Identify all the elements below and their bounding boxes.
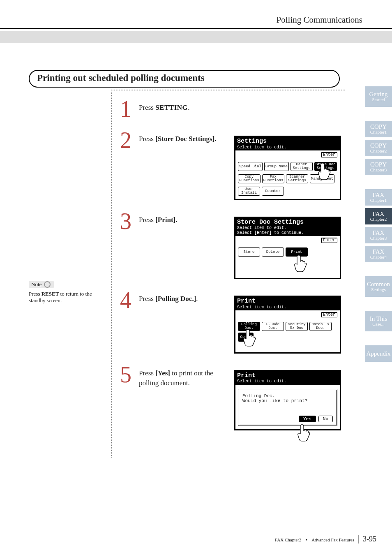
chapter-tab-subtitle: Started (372, 97, 385, 102)
lcd-settings-sub: Select item to edit. (237, 145, 338, 150)
chapter-tab[interactable]: CommonSettings (365, 276, 392, 297)
note-body: Press RESET to return to the standby scr… (29, 291, 103, 304)
chapter-tab[interactable]: FAXChapter2 (365, 208, 392, 224)
btn-batch-tx[interactable]: Batch TxDoc. (309, 322, 332, 331)
btn-fax-functions[interactable]: FaxFunctions (262, 174, 285, 183)
step-2-number: 2 (118, 130, 133, 150)
bullet-icon: ● (305, 538, 307, 541)
chapter-tab[interactable]: In ThisCase... (365, 311, 392, 331)
chapter-tab-title: FAX (373, 249, 385, 255)
note-callout: Note Press RESET to return to the standb… (29, 281, 103, 304)
note-badge: Note (29, 281, 54, 288)
lcd-enter-button[interactable]: Enter (321, 312, 337, 317)
note-label: Note (31, 281, 42, 288)
lcd-print-title: Print (237, 298, 338, 305)
btn-counter[interactable]: Counter (262, 187, 284, 196)
chapter-tab-subtitle: Chapter1 (370, 130, 387, 134)
footer-rule (29, 533, 380, 533)
step-4-text: Press [Polling Doc.]. (139, 294, 228, 304)
step-4-number: 4 (118, 290, 133, 310)
step-2: 2 Press [Store Doc Settings]. Settings S… (118, 130, 345, 200)
chapter-tab-title: FAX (373, 192, 385, 198)
chapter-tab-subtitle: Settings (371, 287, 385, 292)
step-3-text: Press [Print]. (139, 215, 228, 225)
btn-yes[interactable]: Yes (299, 416, 316, 422)
chapter-tab[interactable]: FAXChapter4 (365, 246, 392, 262)
btn-copy-functions[interactable]: CopyFunctions (238, 174, 261, 183)
chapter-tab-title: COPY (370, 162, 387, 168)
chapter-tab-title: In This (370, 316, 387, 322)
btn-store[interactable]: Store (238, 247, 260, 257)
btn-no[interactable]: No (318, 416, 333, 422)
lcd-store-doc: Store Doc Settings Select item to edit. … (234, 217, 341, 279)
note-icon (44, 281, 51, 288)
page-footer: FAX Chapter2 ● Advanced Fax Features 3-9… (0, 533, 392, 543)
step-2-text: Press [Store Doc Settings]. (139, 134, 228, 144)
btn-cont[interactable]: Cont. (238, 333, 254, 342)
chapter-tab-title: Getting (369, 91, 388, 97)
chapter-tab-title: FAX (373, 211, 385, 217)
btn-polling-doc[interactable]: PollingDoc. (238, 322, 260, 331)
chapter-tab[interactable]: FAXChapter3 (365, 227, 392, 243)
lcd-confirm-sub: Select item to edit. (237, 379, 338, 384)
btn-store-doc-settings[interactable]: Store DocSettings (314, 162, 337, 171)
chapter-tab-subtitle: Chapter2 (370, 217, 387, 222)
chapter-tab-subtitle: Chapter2 (370, 149, 387, 153)
btn-speed-dial[interactable]: Speed Dial (238, 162, 263, 171)
lcd-print: Print Select item to edit. Enter Polling… (234, 296, 341, 354)
lcd-enter-button[interactable]: Enter (321, 238, 337, 243)
header-band (0, 31, 392, 43)
lcd-store-doc-sub1: Select item to edit. (237, 226, 338, 231)
chapter-tab[interactable]: COPYChapter2 (365, 140, 392, 156)
step-5-text: Press [Yes] to print out the polling doc… (139, 368, 228, 388)
confirm-line2: Would you like to print? (242, 398, 333, 403)
btn-fcode-doc[interactable]: F-CodeDoc. (262, 322, 284, 331)
btn-scanner-settings[interactable]: ScannerSettings (286, 174, 308, 183)
btn-delete[interactable]: Delete (262, 247, 284, 257)
chapter-tab[interactable]: Appendix (365, 345, 392, 362)
chapter-tab-title: COPY (370, 124, 387, 130)
step-5-number: 5 (118, 364, 133, 385)
lcd-confirm: Print Select item to edit. Polling Doc. … (234, 370, 341, 430)
confirm-dialog: Polling Doc. Would you like to print? Ye… (238, 389, 337, 426)
chapter-tab-subtitle: Chapter1 (370, 198, 387, 203)
chapter-tab-title: COPY (370, 143, 387, 149)
pointer-hand-icon (293, 254, 309, 275)
lcd-settings: Settings Select item to edit. Enter Spee… (234, 136, 341, 200)
btn-security-rx[interactable]: SecurityRx Doc (286, 322, 308, 331)
step-1: 1 Press SETTING. (118, 99, 345, 119)
chapter-tab-subtitle: Chapter4 (370, 255, 387, 259)
step-3-number: 3 (118, 211, 133, 231)
chapter-tab[interactable]: COPYChapter1 (365, 121, 392, 137)
page-number: 3-95 (358, 535, 376, 543)
step-5: 5 Press [Yes] to print out the polling d… (118, 364, 345, 430)
footer-section: Advanced Fax Features (311, 537, 354, 542)
lcd-enter-button[interactable]: Enter (321, 152, 337, 157)
steps-column: 1 Press SETTING. 2 Press [Store Doc Sett… (111, 90, 345, 458)
lcd-print-sub: Select item to edit. (237, 305, 338, 310)
step-1-text: Press SETTING. (139, 103, 345, 113)
btn-group-name[interactable]: Group Name (264, 162, 289, 171)
chapter-tab[interactable]: FAXChapter1 (365, 189, 392, 206)
step-4: 4 Press [Polling Doc.]. Print Select ite… (118, 290, 345, 354)
chapter-tab-subtitle: Case... (372, 322, 385, 326)
chapter-tab-title: Appendix (366, 351, 390, 357)
lcd-store-doc-title: Store Doc Settings (237, 219, 338, 226)
pointer-hand-icon (296, 424, 313, 445)
page-header: Polling Communications (0, 0, 392, 49)
section-heading: Printing out scheduled polling documents (29, 70, 340, 88)
breadcrumb: Polling Communications (277, 15, 362, 25)
lcd-store-doc-sub2: Select [Enter] to continue. (237, 231, 338, 236)
btn-management[interactable]: Management (310, 174, 334, 183)
btn-print[interactable]: Print (286, 247, 308, 257)
chapter-tab[interactable]: GettingStarted (365, 86, 392, 107)
chapter-tab[interactable]: COPYChapter3 (365, 159, 392, 175)
dots-vertical (111, 90, 112, 458)
btn-user-install[interactable]: UserInstall (238, 187, 260, 196)
chapter-tab-subtitle: Chapter3 (370, 236, 387, 240)
btn-paper-settings[interactable]: PaperSettings (291, 162, 313, 171)
lcd-settings-title: Settings (237, 138, 338, 145)
lcd-confirm-title: Print (237, 372, 338, 379)
chapter-tab-subtitle: Chapter3 (370, 168, 387, 172)
header-rule (0, 28, 392, 29)
